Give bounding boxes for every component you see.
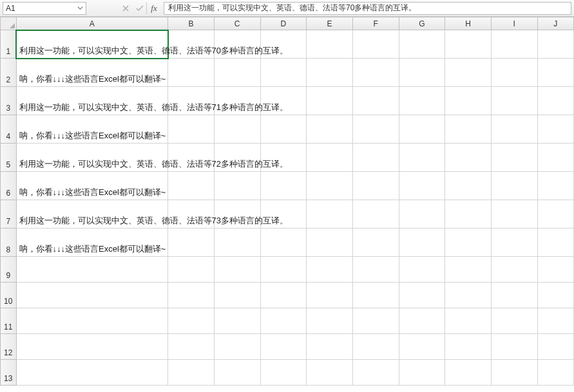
cell[interactable] <box>399 334 445 360</box>
cell[interactable] <box>352 334 399 360</box>
cell[interactable] <box>260 360 307 386</box>
cell[interactable] <box>307 229 353 257</box>
row-header[interactable]: 1 <box>1 30 17 59</box>
row-header[interactable]: 12 <box>1 334 17 360</box>
cell[interactable] <box>445 87 492 115</box>
cell[interactable]: 呐，你看↓↓↓这些语言Excel都可以翻译~ <box>16 59 168 87</box>
cell[interactable] <box>168 59 215 87</box>
cell[interactable] <box>352 200 399 229</box>
select-all-corner[interactable] <box>1 17 17 30</box>
cell[interactable] <box>491 115 537 144</box>
col-header-I[interactable]: I <box>491 17 537 30</box>
cell[interactable] <box>399 59 445 87</box>
cell[interactable] <box>214 229 260 257</box>
cell[interactable] <box>214 334 260 360</box>
row-header[interactable]: 9 <box>1 257 17 283</box>
spreadsheet-grid[interactable]: A B C D E F G H I J 1利用这一功能，可以实现中文、英语、德语… <box>0 17 574 386</box>
cell[interactable] <box>307 87 353 115</box>
cell[interactable] <box>214 59 260 87</box>
cell[interactable] <box>399 200 445 229</box>
row-header[interactable]: 4 <box>1 115 17 144</box>
cell[interactable] <box>168 257 215 283</box>
row-header[interactable]: 10 <box>1 283 17 308</box>
cell[interactable] <box>352 308 399 334</box>
cell[interactable] <box>352 59 399 87</box>
cell[interactable] <box>214 115 260 144</box>
cell[interactable] <box>307 172 353 200</box>
cell[interactable]: 呐，你看↓↓↓这些语言Excel都可以翻译~ <box>16 229 168 257</box>
cell[interactable]: 利用这一功能，可以实现中文、英语、德语、法语等71多种语言的互译。 <box>16 87 168 115</box>
cell[interactable] <box>16 257 168 283</box>
cell[interactable] <box>260 283 307 308</box>
cell[interactable] <box>399 115 445 144</box>
cell[interactable] <box>260 59 307 87</box>
cell[interactable] <box>307 257 353 283</box>
cell[interactable] <box>399 87 445 115</box>
cell[interactable] <box>491 283 537 308</box>
cell[interactable]: 呐，你看↓↓↓这些语言Excel都可以翻译~ <box>16 115 168 144</box>
cell[interactable] <box>399 172 445 200</box>
cell[interactable] <box>491 172 537 200</box>
cell[interactable] <box>445 257 492 283</box>
cell[interactable] <box>491 360 537 386</box>
cell[interactable] <box>537 144 573 172</box>
cell[interactable] <box>537 334 573 360</box>
cell[interactable] <box>214 257 260 283</box>
cell[interactable] <box>168 115 215 144</box>
cell[interactable] <box>445 115 492 144</box>
cell[interactable] <box>491 87 537 115</box>
cell[interactable] <box>16 334 168 360</box>
cell[interactable] <box>260 257 307 283</box>
col-header-A[interactable]: A <box>16 17 168 30</box>
cell[interactable] <box>352 360 399 386</box>
row-header[interactable]: 6 <box>1 172 17 200</box>
cell[interactable] <box>445 172 492 200</box>
col-header-H[interactable]: H <box>445 17 492 30</box>
cell[interactable] <box>352 115 399 144</box>
cell[interactable] <box>260 115 307 144</box>
cell[interactable] <box>537 115 573 144</box>
cell[interactable] <box>168 334 215 360</box>
cell[interactable]: 利用这一功能，可以实现中文、英语、德语、法语等72多种语言的互译。 <box>16 144 168 172</box>
cell[interactable] <box>445 360 492 386</box>
cell[interactable] <box>399 229 445 257</box>
row-header[interactable]: 7 <box>1 200 17 229</box>
cell[interactable] <box>260 308 307 334</box>
cell[interactable] <box>307 283 353 308</box>
cell[interactable] <box>491 200 537 229</box>
cell[interactable] <box>352 283 399 308</box>
row-header[interactable]: 5 <box>1 144 17 172</box>
chevron-down-icon[interactable] <box>77 5 83 11</box>
cell[interactable]: 呐，你看↓↓↓这些语言Excel都可以翻译~ <box>16 172 168 200</box>
col-header-J[interactable]: J <box>537 17 573 30</box>
enter-button[interactable] <box>133 2 147 15</box>
cell[interactable] <box>445 200 492 229</box>
cell[interactable] <box>260 229 307 257</box>
col-header-D[interactable]: D <box>260 17 307 30</box>
cell[interactable] <box>445 144 492 172</box>
cell[interactable] <box>445 334 492 360</box>
formula-input[interactable]: 利用这一功能，可以实现中文、英语、德语、法语等70多种语言的互译。 <box>164 2 571 15</box>
row-header[interactable]: 3 <box>1 87 17 115</box>
fx-icon[interactable]: fx <box>147 2 161 15</box>
cell[interactable] <box>16 308 168 334</box>
cell[interactable] <box>168 360 215 386</box>
row-header[interactable]: 2 <box>1 59 17 87</box>
cell[interactable] <box>537 87 573 115</box>
cell[interactable] <box>352 144 399 172</box>
cell[interactable] <box>307 308 353 334</box>
cell[interactable] <box>352 229 399 257</box>
cell[interactable] <box>260 334 307 360</box>
cell[interactable] <box>399 360 445 386</box>
cell[interactable] <box>168 308 215 334</box>
cell[interactable] <box>352 172 399 200</box>
cell[interactable] <box>307 115 353 144</box>
cell[interactable] <box>399 257 445 283</box>
cell[interactable]: 利用这一功能，可以实现中文、英语、德语、法语等73多种语言的互译。 <box>16 200 168 229</box>
cell[interactable] <box>537 308 573 334</box>
cell[interactable] <box>399 283 445 308</box>
cell[interactable] <box>352 87 399 115</box>
cell[interactable] <box>307 200 353 229</box>
cell[interactable] <box>491 257 537 283</box>
cell[interactable] <box>399 308 445 334</box>
